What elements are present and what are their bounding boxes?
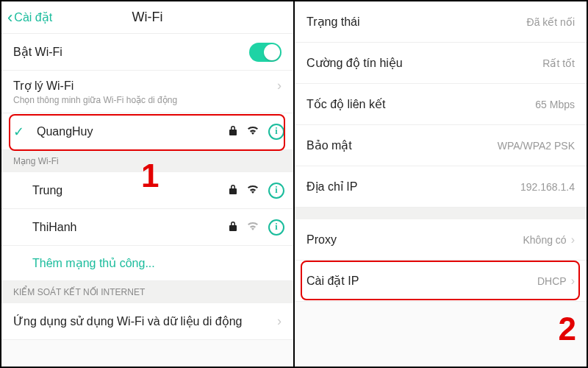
chevron-right-icon: › — [571, 275, 575, 288]
chevron-left-icon: ‹ — [7, 10, 12, 26]
info-icon[interactable]: i — [268, 183, 284, 199]
signal-row: Cường độ tín hiệu Rất tốt — [295, 43, 587, 84]
ip-row: Địa chỉ IP 192.168.1.4 — [295, 166, 587, 208]
back-label: Cài đặt — [14, 10, 52, 24]
ip-value: 192.168.1.4 — [520, 181, 575, 193]
wifi-settings-screen: ‹ Cài đặt Wi-Fi Bật Wi-Fi Trợ lý Wi-Fi ›… — [1, 1, 295, 367]
add-network-button[interactable]: Thêm mạng thủ công... — [1, 246, 293, 281]
chevron-right-icon: › — [277, 78, 282, 93]
back-button[interactable]: ‹ Cài đặt — [1, 10, 52, 26]
section-gap — [295, 208, 587, 219]
status-row: Trạng thái Đã kết nối — [295, 1, 587, 43]
wifi-toggle-label: Bật Wi-Fi — [13, 45, 249, 59]
network-details-screen: Trạng thái Đã kết nối Cường độ tín hiệu … — [295, 1, 587, 367]
wifi-icon — [246, 125, 259, 138]
networks-section-header: Mạng Wi-Fi — [1, 150, 293, 172]
app-usage-row[interactable]: Ứng dụng sử dụng Wi-Fi và dữ liệu di độn… — [1, 303, 293, 340]
linkspeed-value: 65 Mbps — [535, 99, 575, 110]
connected-network-row[interactable]: ✓ QuangHuy i — [1, 113, 293, 150]
ip-settings-label: Cài đặt IP — [306, 274, 537, 288]
lock-icon — [229, 184, 237, 197]
proxy-label: Proxy — [306, 233, 523, 247]
check-icon: ✓ — [13, 124, 29, 140]
chevron-right-icon: › — [571, 233, 575, 247]
proxy-value: Không có — [523, 234, 567, 246]
network-row-thihanh[interactable]: ThiHanh i — [1, 209, 293, 246]
security-row: Bảo mật WPA/WPA2 PSK — [295, 125, 587, 166]
security-value: WPA/WPA2 PSK — [498, 140, 575, 152]
control-section-header: KIỂM SOÁT KẾT NỐI INTERNET — [1, 281, 293, 303]
info-icon[interactable]: i — [268, 124, 284, 140]
app-usage-label: Ứng dụng sử dụng Wi-Fi và dữ liệu di độn… — [13, 314, 277, 328]
header: ‹ Cài đặt Wi-Fi — [1, 1, 293, 34]
signal-value: Rất tốt — [542, 57, 575, 69]
network-name: Trung — [32, 184, 221, 197]
wifi-toggle-row[interactable]: Bật Wi-Fi — [1, 34, 293, 71]
annotation-step-2: 2 — [559, 311, 576, 347]
network-row-trung[interactable]: Trung i — [1, 172, 293, 209]
lock-icon — [229, 125, 237, 138]
wifi-icon — [246, 184, 259, 197]
wifi-assistant-row[interactable]: Trợ lý Wi-Fi › Chọn thông minh giữa Wi-F… — [1, 71, 293, 113]
wifi-toggle-switch[interactable] — [249, 43, 282, 62]
ip-label: Địa chỉ IP — [306, 180, 520, 194]
wifi-assistant-label: Trợ lý Wi-Fi — [13, 79, 277, 93]
lock-icon — [229, 221, 237, 233]
proxy-row[interactable]: Proxy Không có › — [295, 219, 587, 261]
connected-network-name: QuangHuy — [37, 125, 221, 138]
wifi-assistant-sub: Chọn thông minh giữa Wi-Fi hoặc di động — [13, 95, 177, 105]
linkspeed-row: Tốc độ liên kết 65 Mbps — [295, 84, 587, 125]
ip-settings-row[interactable]: Cài đặt IP DHCP › — [295, 261, 587, 302]
info-icon[interactable]: i — [268, 219, 284, 236]
status-value: Đã kết nối — [527, 16, 575, 28]
network-name: ThiHanh — [32, 221, 221, 234]
security-label: Bảo mật — [306, 138, 498, 152]
signal-label: Cường độ tín hiệu — [306, 56, 542, 70]
status-label: Trạng thái — [306, 15, 527, 29]
linkspeed-label: Tốc độ liên kết — [306, 97, 535, 111]
wifi-weak-icon — [246, 221, 259, 233]
ip-settings-value: DHCP — [537, 275, 567, 287]
chevron-right-icon: › — [277, 314, 282, 329]
